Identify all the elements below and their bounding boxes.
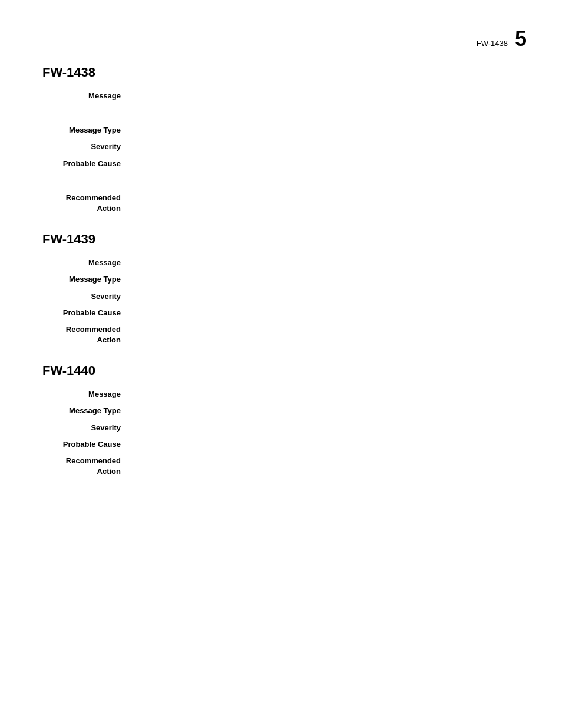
section-fw-1440: FW-1440 Message Message Type Severity Pr… bbox=[42, 363, 520, 477]
label-message-1440: Message bbox=[42, 389, 128, 400]
field-row-recommended-action-1439: RecommendedAction bbox=[42, 324, 520, 345]
label-message-type-1438: Message Type bbox=[42, 125, 128, 136]
header-page-number: 5 bbox=[515, 28, 527, 50]
page-header: FW-1438 5 bbox=[477, 28, 527, 50]
label-message-type-1439: Message Type bbox=[42, 274, 128, 285]
field-row-recommended-action-1438: RecommendedAction bbox=[42, 193, 520, 214]
label-recommended-action-1438: RecommendedAction bbox=[42, 193, 128, 214]
main-content: FW-1438 Message Message Type Severity Pr… bbox=[0, 0, 562, 477]
field-row-probable-cause-1439: Probable Cause bbox=[42, 308, 520, 318]
label-message-1438: Message bbox=[42, 91, 128, 101]
section-title-fw-1439: FW-1439 bbox=[42, 232, 520, 247]
field-row-severity-1438: Severity bbox=[42, 141, 520, 152]
field-row-probable-cause-1440: Probable Cause bbox=[42, 439, 520, 450]
label-probable-cause-1438: Probable Cause bbox=[42, 159, 128, 169]
section-fw-1439: FW-1439 Message Message Type Severity Pr… bbox=[42, 232, 520, 345]
label-severity-1440: Severity bbox=[42, 423, 128, 433]
label-recommended-action-1440: RecommendedAction bbox=[42, 456, 128, 477]
section-title-fw-1440: FW-1440 bbox=[42, 363, 520, 378]
field-row-severity-1439: Severity bbox=[42, 291, 520, 302]
field-row-message-1439: Message bbox=[42, 258, 520, 268]
field-row-probable-cause-1438: Probable Cause bbox=[42, 159, 520, 169]
field-row-message-type-1438: Message Type bbox=[42, 125, 520, 136]
field-row-message-type-1439: Message Type bbox=[42, 274, 520, 285]
label-severity-1438: Severity bbox=[42, 141, 128, 152]
field-row-message-type-1440: Message Type bbox=[42, 406, 520, 416]
label-message-1439: Message bbox=[42, 258, 128, 268]
field-row-recommended-action-1440: RecommendedAction bbox=[42, 456, 520, 477]
section-fw-1438: FW-1438 Message Message Type Severity Pr… bbox=[42, 65, 520, 214]
label-probable-cause-1440: Probable Cause bbox=[42, 439, 128, 450]
field-row-message-1438: Message bbox=[42, 91, 520, 101]
section-title-fw-1438: FW-1438 bbox=[42, 65, 520, 80]
field-row-severity-1440: Severity bbox=[42, 423, 520, 433]
field-row-message-1440: Message bbox=[42, 389, 520, 400]
label-probable-cause-1439: Probable Cause bbox=[42, 308, 128, 318]
header-code: FW-1438 bbox=[477, 39, 508, 48]
label-message-type-1440: Message Type bbox=[42, 406, 128, 416]
label-severity-1439: Severity bbox=[42, 291, 128, 302]
label-recommended-action-1439: RecommendedAction bbox=[42, 324, 128, 345]
